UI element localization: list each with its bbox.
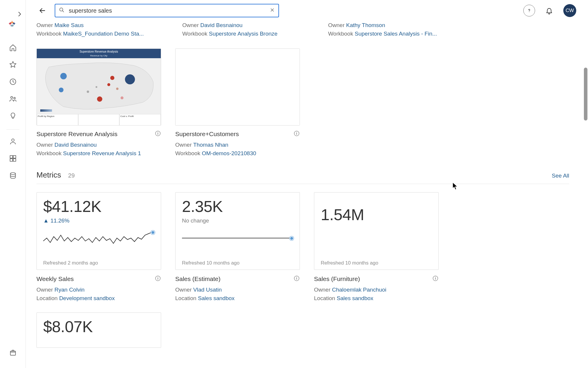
top-results-row: Owner Maike Saus Workbook MaikeS_Foundat… (36, 21, 576, 38)
metric-change-value: 11.26% (51, 218, 69, 224)
svg-rect-13 (13, 155, 16, 158)
view-title[interactable]: Superstore+Customers (175, 131, 239, 138)
sidebar-item-recents[interactable] (6, 75, 19, 88)
thumb-footer: Profit by RegionCost v. Profit (37, 114, 161, 126)
workbook-link[interactable]: MaikeS_Foundation Demo Sta... (63, 31, 144, 37)
metric-value: 2.35K (182, 198, 293, 215)
view-thumbnail[interactable] (175, 48, 300, 126)
user-initials: CW (566, 8, 574, 14)
notifications-button[interactable] (543, 5, 555, 16)
info-icon[interactable] (155, 130, 161, 138)
sidebar-item-favorites[interactable] (6, 58, 19, 71)
clear-search-button[interactable] (270, 7, 275, 14)
metric-change: ▲ 11.26% (43, 218, 154, 224)
metric-box[interactable]: $8.07K (36, 312, 161, 348)
thumb-title: Superstore Revenue Analysis (37, 49, 161, 54)
sidebar-item-recommendations[interactable] (6, 109, 19, 122)
see-all-link[interactable]: See All (552, 173, 569, 179)
location-link[interactable]: Sales sandbox (198, 295, 235, 301)
svg-rect-17 (10, 351, 15, 355)
owner-link[interactable]: Maike Saus (54, 22, 83, 28)
owner-link[interactable]: David Besnainou (54, 142, 97, 148)
scrollbar[interactable] (583, 0, 588, 368)
metric-change: No change (182, 218, 293, 224)
workbook-label: Workbook (36, 31, 61, 37)
workbook-label: Workbook (328, 31, 353, 37)
workbook-link[interactable]: Superstore Sales Analysis - Fin... (355, 31, 437, 37)
sidebar-item-collections[interactable] (6, 346, 19, 359)
owner-link[interactable]: Ryan Colvin (54, 287, 84, 293)
metrics-row: $41.12K ▲ 11.26% Refreshed 2 months ago … (36, 192, 576, 302)
sidebar-item-external-assets[interactable] (6, 169, 19, 182)
expand-sidebar-button[interactable] (13, 8, 26, 21)
header-right: CW (523, 4, 576, 17)
metric-box[interactable]: 1.54M Refreshed 10 months ago (314, 192, 439, 270)
info-icon[interactable] (293, 275, 300, 283)
scrollbar-thumb[interactable] (584, 68, 587, 121)
metric-card[interactable]: 1.54M Refreshed 10 months ago Sales (Fur… (314, 192, 439, 302)
info-icon[interactable] (432, 275, 439, 283)
location-label: Location (175, 295, 196, 301)
owner-label: Owner (328, 22, 345, 28)
location-link[interactable]: Sales sandbox (337, 295, 373, 301)
section-count: 29 (68, 172, 75, 179)
view-thumbnail[interactable]: Superstore Revenue Analysis Revenue by C… (36, 48, 161, 126)
views-row: Superstore Revenue Analysis Revenue by C… (36, 48, 576, 158)
metric-box[interactable]: 2.35K No change Refreshed 10 months ago (175, 192, 300, 270)
metric-card[interactable]: $41.12K ▲ 11.26% Refreshed 2 months ago … (36, 192, 161, 302)
view-title[interactable]: Superstore Revenue Analysis (36, 131, 118, 138)
tableau-logo-icon[interactable] (8, 20, 18, 29)
location-label: Location (314, 295, 335, 301)
owner-label: Owner (182, 22, 199, 28)
owner-link[interactable]: Chaloemlak Panchuoi (332, 287, 386, 293)
search-input[interactable] (55, 4, 279, 17)
metric-value: $8.07K (43, 318, 154, 335)
sidebar-item-home[interactable] (6, 41, 19, 54)
owner-link[interactable]: Kathy Thomson (346, 22, 385, 28)
sidebar-item-explore[interactable] (6, 152, 19, 165)
workbook-link[interactable]: Superstore Analysis Bronze (209, 31, 277, 37)
owner-link[interactable]: Vlad Usatin (193, 287, 222, 293)
owner-link[interactable]: David Besnainou (200, 22, 243, 28)
sidebar-item-personal-space[interactable] (6, 135, 19, 148)
svg-point-10 (14, 97, 15, 99)
metric-box[interactable]: $41.12K ▲ 11.26% Refreshed 2 months ago (36, 192, 161, 270)
view-card[interactable]: Superstore Revenue Analysis Revenue by C… (36, 48, 161, 158)
metric-card[interactable]: $8.07K (36, 312, 161, 348)
result-meta: Owner David Besnainou Workbook Superstor… (182, 21, 307, 38)
help-button[interactable] (523, 5, 535, 16)
thumb-map (37, 58, 161, 114)
result-meta: Owner Maike Saus Workbook MaikeS_Foundat… (36, 21, 161, 38)
svg-rect-5 (10, 22, 10, 25)
metrics-row-2: $8.07K (36, 312, 576, 348)
main-content: Owner Maike Saus Workbook MaikeS_Foundat… (26, 21, 588, 368)
metric-title[interactable]: Weekly Sales (36, 275, 74, 282)
workbook-label: Workbook (36, 150, 61, 156)
svg-rect-3 (10, 25, 14, 26)
svg-rect-12 (10, 155, 13, 158)
sparkline (43, 226, 154, 258)
metric-card[interactable]: 2.35K No change Refreshed 10 months ago … (175, 192, 300, 302)
metric-refresh: Refreshed 10 months ago (321, 260, 432, 266)
info-icon[interactable] (293, 130, 300, 138)
workbook-link[interactable]: Superstore Revenue Analysis 1 (63, 150, 141, 156)
search-icon (59, 7, 65, 14)
owner-label: Owner (36, 287, 53, 293)
metric-title[interactable]: Sales (Estimate) (175, 275, 220, 282)
sidebar (0, 0, 26, 368)
info-icon[interactable] (155, 275, 161, 283)
owner-label: Owner (175, 287, 192, 293)
owner-link[interactable]: Thomas Nhan (193, 142, 228, 148)
workbook-link[interactable]: OM-demos-20210830 (202, 150, 256, 156)
back-button[interactable] (36, 5, 48, 16)
search-container (55, 4, 279, 17)
workbook-label: Workbook (182, 31, 207, 37)
sidebar-item-shared[interactable] (6, 92, 19, 105)
owner-label: Owner (36, 142, 53, 148)
sparkline (182, 226, 293, 258)
metric-title[interactable]: Sales (Furniture) (314, 275, 360, 282)
trend-up-icon: ▲ (43, 218, 49, 224)
view-card[interactable]: Superstore+Customers Owner Thomas Nhan W… (175, 48, 300, 158)
location-link[interactable]: Development sandbox (59, 295, 115, 301)
user-avatar[interactable]: CW (563, 4, 576, 17)
